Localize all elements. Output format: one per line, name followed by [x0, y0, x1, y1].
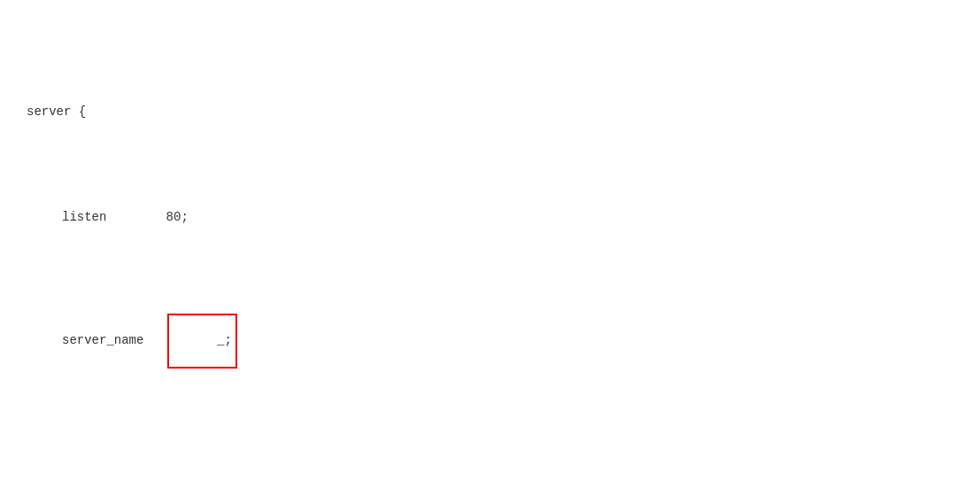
- line-listen: listen 80;: [27, 207, 953, 229]
- line-empty-1: [27, 454, 953, 475]
- line-server-name: server_name _;: [27, 314, 953, 369]
- code-text: listen 80;: [62, 207, 189, 229]
- line-server: server {: [27, 102, 953, 123]
- server-name-value: _;: [217, 333, 232, 347]
- code-block: server { listen 80; server_name _; locat…: [27, 18, 953, 489]
- server-name-value-box: _;: [167, 314, 237, 369]
- code-text: server_name: [62, 330, 166, 352]
- code-text: server {: [27, 102, 86, 123]
